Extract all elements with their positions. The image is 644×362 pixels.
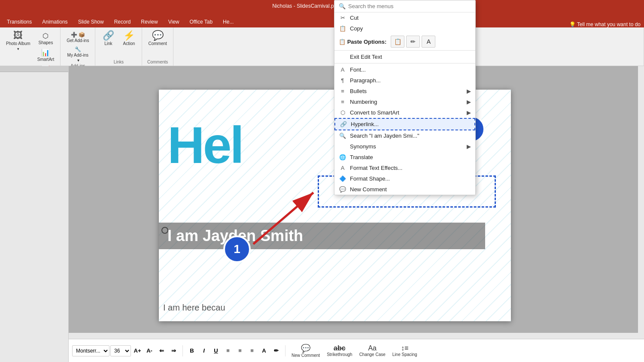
context-bullets[interactable]: ≡ Bullets ▶ xyxy=(334,86,475,97)
font-name-select[interactable]: Montserr... xyxy=(72,345,109,356)
tab-record[interactable]: Record xyxy=(109,16,136,27)
context-paste-options: 📋 Paste Options: 📋 ✏ A xyxy=(334,34,475,49)
context-copy[interactable]: 📋 Copy xyxy=(334,23,475,34)
ribbon-tell-me: 💡 Tell me what you want to do xyxy=(569,21,644,27)
paste-btn-3[interactable]: A xyxy=(422,36,435,48)
context-convert-smartart[interactable]: ⬡ Convert to SmartArt ▶ xyxy=(334,107,475,118)
indent-less-button[interactable]: ⇐ xyxy=(156,345,167,356)
line-spacing-button[interactable]: ↕≡ Line Spacing xyxy=(390,344,420,358)
font-size-select[interactable]: 36 xyxy=(110,345,131,356)
new-comment-format-button[interactable]: 💬 New Comment xyxy=(289,343,322,359)
italic-button[interactable]: I xyxy=(198,345,210,356)
ribbon-toolbar: 🖼 Photo Album ▾ ⬡ Shapes 📊 SmartArt 📈 Ch… xyxy=(0,27,644,66)
underline-button[interactable]: U xyxy=(210,345,222,356)
context-numbering[interactable]: ≡ Numbering ▶ xyxy=(334,97,475,107)
copy-icon: 📋 xyxy=(339,25,346,32)
context-font[interactable]: A Font... xyxy=(334,64,475,75)
smartart-button[interactable]: 📊 SmartArt xyxy=(35,48,57,63)
context-cut[interactable]: ✂ Cut xyxy=(334,12,475,23)
slide-hello-text: Hel xyxy=(167,115,243,175)
context-synonyms[interactable]: Synonyms ▶ xyxy=(334,141,475,152)
align-right-button[interactable]: ≡ xyxy=(246,345,258,356)
context-format-shape[interactable]: 🔷 Format Shape... xyxy=(334,173,475,184)
bullets-submenu-arrow: ▶ xyxy=(467,88,471,94)
font-color-button[interactable]: A xyxy=(258,345,270,356)
context-menu-search[interactable]: 🔍 xyxy=(334,0,475,12)
photo-album-icon: 🖼 xyxy=(13,31,23,40)
numbering-icon: ≡ xyxy=(339,99,346,105)
link-button[interactable]: 🔗 Link xyxy=(99,29,118,48)
tab-transitions[interactable]: Transitions xyxy=(2,16,37,27)
tab-view[interactable]: View xyxy=(163,16,185,27)
get-addins-button[interactable]: ➕ 📦 Get Add-ins xyxy=(64,31,91,44)
slide-text-box[interactable]: I am Jayden Smith xyxy=(159,223,485,249)
group-links: 🔗 Link ⚡ Action Links xyxy=(95,27,142,66)
title-bar: Nicholas - SlidesCarnival.pptx - PowerPo… xyxy=(0,0,644,12)
line-spacing-icon: ↕≡ xyxy=(401,344,408,352)
my-addins-button[interactable]: 🔧 My Add-ins ▾ xyxy=(64,45,91,63)
action-icon: ⚡ xyxy=(123,31,135,40)
paste-btn-1[interactable]: 📋 xyxy=(391,36,404,48)
change-case-icon: Aa xyxy=(368,344,377,352)
style-group: B I U ≡ ≡ ≡ A ✏ xyxy=(186,345,286,356)
comments-label: Comments xyxy=(147,60,168,66)
font-shrink-button[interactable]: A- xyxy=(144,345,155,356)
synonyms-submenu-arrow: ▶ xyxy=(467,143,471,150)
tab-slideshow[interactable]: Slide Show xyxy=(73,16,109,27)
context-search-text[interactable]: 🔍 Search "I am Jayden Smi..." xyxy=(334,130,475,141)
change-case-button[interactable]: Aa Change Case xyxy=(357,344,388,358)
comment-icon: 💬 xyxy=(152,31,164,40)
highlight-button[interactable]: ✏ xyxy=(270,345,282,356)
comment-button[interactable]: 💬 Comment xyxy=(146,29,169,48)
tab-animations[interactable]: Animations xyxy=(37,16,73,27)
align-left-button[interactable]: ≡ xyxy=(222,345,234,356)
indent-more-button[interactable]: ⇒ xyxy=(168,345,179,356)
context-new-comment[interactable]: 💬 New Comment xyxy=(334,184,475,195)
context-translate[interactable]: 🌐 Translate xyxy=(334,152,475,163)
links-content: 🔗 Link ⚡ Action xyxy=(99,29,138,60)
separator-2 xyxy=(334,63,475,63)
shapes-button[interactable]: ⬡ Shapes xyxy=(35,31,57,46)
group-addins: ➕ 📦 Get Add-ins 🔧 My Add-ins ▾ Add-ins xyxy=(61,27,95,66)
tab-he[interactable]: He... xyxy=(218,16,239,27)
scrollbar-horizontal[interactable] xyxy=(69,333,638,339)
slide-sub-text: I am here becau xyxy=(163,303,225,313)
smartart-submenu-arrow: ▶ xyxy=(467,109,471,116)
context-exit-edit[interactable]: Exit Edit Text xyxy=(334,51,475,62)
get-addins-icon: ➕ 📦 xyxy=(71,32,85,38)
context-paragraph[interactable]: ¶ Paragraph... xyxy=(334,75,475,86)
addins-content: ➕ 📦 Get Add-ins 🔧 My Add-ins ▾ xyxy=(64,29,91,63)
photo-album-button[interactable]: 🖼 Photo Album ▾ xyxy=(3,29,33,53)
scrollbar-vertical[interactable] xyxy=(638,66,644,339)
format-bar: Montserr... 36 A+ A- ⇐ ⇒ B I U ≡ ≡ ≡ A ✏… xyxy=(69,339,644,362)
bullets-icon: ≡ xyxy=(339,88,346,94)
tab-officetab[interactable]: Office Tab xyxy=(185,16,218,27)
slide-area: Hel I am Jayden Smith I am here becau 1 xyxy=(0,66,644,362)
group-comments: 💬 Comment Comments xyxy=(142,27,173,66)
paragraph-icon: ¶ xyxy=(339,77,346,84)
search-icon: 🔍 xyxy=(339,3,346,9)
context-format-text-effects[interactable]: A Format Text Effects... xyxy=(334,163,475,173)
search-input[interactable] xyxy=(348,3,471,9)
font-group: Montserr... 36 A+ A- ⇐ ⇒ xyxy=(72,345,183,356)
cut-icon: ✂ xyxy=(339,15,346,21)
format-text-icon: A xyxy=(339,165,346,171)
align-center-button[interactable]: ≡ xyxy=(234,345,246,356)
group-illustrations: 🖼 Photo Album ▾ ⬡ Shapes 📊 SmartArt 📈 Ch… xyxy=(0,27,61,66)
hyperlink-icon: 🔗 xyxy=(340,121,347,127)
bold-button[interactable]: B xyxy=(186,345,197,356)
context-hyperlink[interactable]: 🔗 Hyperlink... xyxy=(334,118,475,130)
numbering-submenu-arrow: ▶ xyxy=(467,99,471,105)
font-grow-button[interactable]: A+ xyxy=(132,345,143,356)
font-icon: A xyxy=(339,66,346,73)
paste-options-label: 📋 Paste Options: xyxy=(339,39,386,45)
tab-review[interactable]: Review xyxy=(136,16,163,27)
strikethrough-button[interactable]: abc Strikethrough xyxy=(324,344,355,358)
shapes-icon: ⬡ xyxy=(43,32,49,40)
paste-btn-2[interactable]: ✏ xyxy=(406,36,420,48)
translate-icon: 🌐 xyxy=(339,154,346,160)
comments-content: 💬 Comment xyxy=(146,29,169,60)
my-addins-icon: 🔧 xyxy=(75,46,81,52)
action-button[interactable]: ⚡ Action xyxy=(119,29,138,48)
slide-name-text: I am Jayden Smith xyxy=(167,227,477,245)
